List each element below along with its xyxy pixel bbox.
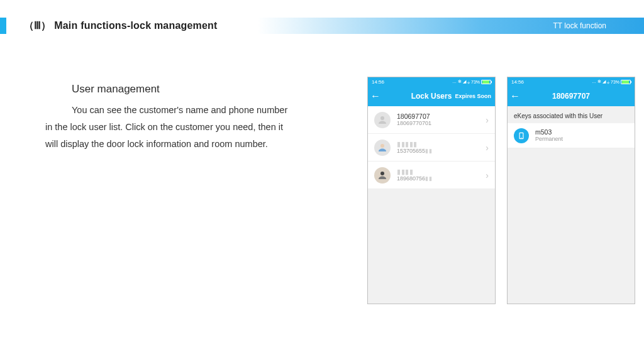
status-time: 14:56	[372, 79, 384, 85]
status-icons: … ✻ ◢ ⏚ 73%	[452, 79, 491, 84]
svg-point-5	[521, 137, 521, 138]
phone-screenshots: 14:56 … ✻ ◢ ⏚ 73% ← Lock Users Expires S…	[367, 77, 635, 304]
ekey-type: Permanent	[535, 136, 628, 143]
wifi-icon: ⏚	[607, 80, 609, 84]
status-icons: … ✻ ◢ ⏚ 73%	[592, 79, 631, 84]
status-time: 14:56	[511, 79, 524, 85]
back-icon[interactable]: ←	[508, 91, 523, 101]
phone-lock-users: 14:56 … ✻ ◢ ⏚ 73% ← Lock Users Expires S…	[367, 77, 496, 304]
body-line-1: You can see the customer's name and phon…	[72, 105, 287, 115]
chevron-right-icon: ›	[486, 115, 489, 125]
avatar	[374, 167, 391, 184]
ekey-icon	[514, 128, 529, 143]
section-heading: User management	[72, 83, 360, 96]
lock-icon	[517, 131, 526, 140]
phone-user-detail: 14:56 … ✻ ◢ ⏚ 73% ← 180697707 eKeys asso…	[507, 77, 635, 304]
body-line-3: will display the door lock information a…	[45, 139, 268, 149]
person-icon	[377, 142, 388, 153]
battery-pct: 73%	[471, 80, 480, 84]
description-block: User management You can see the customer…	[45, 83, 360, 304]
header-accent-bar	[0, 18, 6, 34]
body-line-2: in the lock user list. Click on the cust…	[45, 122, 283, 132]
user-list: 180697707 18069770701 › ▮▮▮▮▮ 153705655▮…	[368, 106, 495, 189]
section-label: eKeys associated with this User	[508, 106, 635, 123]
app-bar: ← Lock Users Expires Soon	[368, 86, 495, 106]
avatar	[374, 140, 391, 156]
page-header: （Ⅲ） Main functions-lock management TT lo…	[0, 18, 644, 34]
back-icon[interactable]: ←	[368, 91, 383, 101]
list-item[interactable]: ▮▮▮▮▮ 153705655▮▮ ›	[368, 134, 495, 162]
expires-soon-button[interactable]: Expires Soon	[455, 93, 491, 99]
ekey-name: m503	[535, 128, 628, 136]
content-area: User management You can see the customer…	[0, 34, 644, 304]
user-phone: 18069770701	[397, 120, 483, 127]
person-icon	[377, 114, 388, 126]
svg-point-0	[380, 116, 384, 120]
user-phone: 153705655▮▮	[397, 148, 483, 155]
user-name: 180697707	[397, 112, 483, 121]
page-title: （Ⅲ） Main functions-lock management	[24, 19, 218, 33]
chevron-right-icon: ›	[486, 143, 489, 153]
user-name: ▮▮▮▮	[397, 168, 483, 176]
list-item[interactable]: m503 Permanent	[508, 123, 635, 148]
signal-icon: ◢	[463, 79, 466, 84]
list-item[interactable]: ▮▮▮▮ 189680756▮▮ ›	[368, 162, 495, 189]
status-bar: 14:56 … ✻ ◢ ⏚ 73%	[508, 77, 635, 86]
battery-icon	[481, 80, 491, 84]
body-text: You can see the customer's name and phon…	[45, 102, 360, 152]
battery-icon	[621, 80, 631, 84]
bluetooth-icon: … ✻	[452, 79, 462, 84]
ekey-list: m503 Permanent	[508, 123, 635, 148]
wifi-icon: ⏚	[467, 80, 470, 84]
header-subtitle: TT lock function	[553, 21, 606, 30]
user-name: ▮▮▮▮▮	[397, 140, 483, 148]
battery-pct: 73%	[611, 80, 619, 84]
svg-point-1	[380, 144, 384, 148]
screen-title: 180697707	[508, 92, 635, 101]
bluetooth-icon: … ✻	[592, 79, 601, 84]
status-bar: 14:56 … ✻ ◢ ⏚ 73%	[368, 77, 495, 86]
signal-icon: ◢	[602, 79, 606, 84]
svg-point-2	[380, 172, 384, 175]
list-item[interactable]: 180697707 18069770701 ›	[368, 106, 495, 134]
chevron-right-icon: ›	[486, 170, 489, 180]
avatar	[374, 112, 391, 128]
person-icon	[377, 170, 388, 181]
user-phone: 189680756▮▮	[397, 175, 483, 182]
app-bar: ← 180697707	[508, 86, 635, 106]
